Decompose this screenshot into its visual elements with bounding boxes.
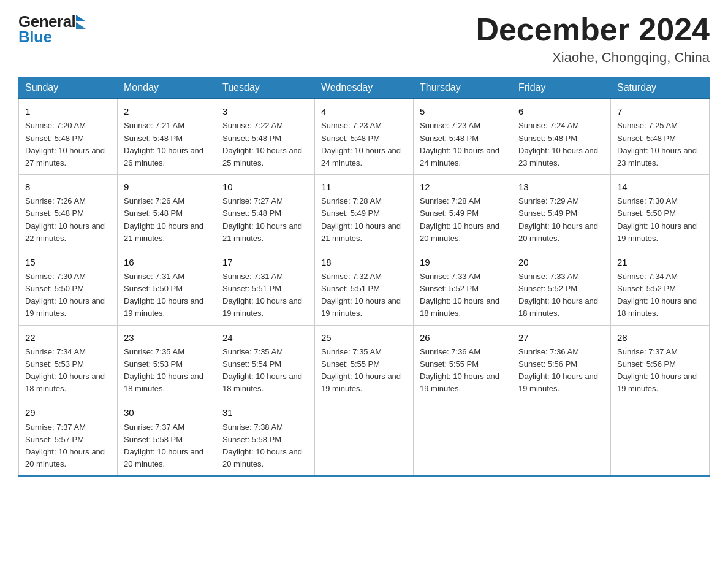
day-info: Sunrise: 7:20 AMSunset: 5:48 PMDaylight:… xyxy=(25,121,105,167)
table-row: 2 Sunrise: 7:21 AMSunset: 5:48 PMDayligh… xyxy=(118,99,216,174)
table-row: 23 Sunrise: 7:35 AMSunset: 5:53 PMDaylig… xyxy=(118,325,216,400)
day-number: 18 xyxy=(321,255,407,269)
logo: General Blue xyxy=(18,12,86,47)
day-number: 25 xyxy=(321,331,407,345)
day-number: 26 xyxy=(420,331,506,345)
day-info: Sunrise: 7:23 AMSunset: 5:48 PMDaylight:… xyxy=(420,121,499,167)
day-info: Sunrise: 7:35 AMSunset: 5:53 PMDaylight:… xyxy=(124,347,203,393)
table-row: 29 Sunrise: 7:37 AMSunset: 5:57 PMDaylig… xyxy=(19,400,118,476)
col-tuesday: Tuesday xyxy=(216,77,315,99)
day-info: Sunrise: 7:38 AMSunset: 5:58 PMDaylight:… xyxy=(222,423,302,469)
day-info: Sunrise: 7:35 AMSunset: 5:55 PMDaylight:… xyxy=(321,347,401,393)
day-info: Sunrise: 7:31 AMSunset: 5:50 PMDaylight:… xyxy=(124,272,203,318)
table-row: 26 Sunrise: 7:36 AMSunset: 5:55 PMDaylig… xyxy=(414,325,512,400)
table-row: 3 Sunrise: 7:22 AMSunset: 5:48 PMDayligh… xyxy=(216,99,315,174)
page-header: General Blue December 2024 Xiaohe, Chong… xyxy=(18,12,710,66)
day-info: Sunrise: 7:34 AMSunset: 5:52 PMDaylight:… xyxy=(617,272,697,318)
day-info: Sunrise: 7:36 AMSunset: 5:55 PMDaylight:… xyxy=(420,347,499,393)
day-info: Sunrise: 7:37 AMSunset: 5:58 PMDaylight:… xyxy=(124,423,203,469)
table-row: 20 Sunrise: 7:33 AMSunset: 5:52 PMDaylig… xyxy=(512,250,611,325)
day-number: 29 xyxy=(25,405,111,419)
day-info: Sunrise: 7:28 AMSunset: 5:49 PMDaylight:… xyxy=(321,196,401,242)
day-number: 22 xyxy=(25,331,111,345)
logo-blue-text: Blue xyxy=(18,28,51,47)
day-info: Sunrise: 7:26 AMSunset: 5:48 PMDaylight:… xyxy=(25,196,105,242)
month-year-title: December 2024 xyxy=(476,12,710,47)
day-number: 14 xyxy=(617,180,703,194)
table-row: 16 Sunrise: 7:31 AMSunset: 5:50 PMDaylig… xyxy=(118,250,216,325)
day-number: 5 xyxy=(420,104,506,118)
table-row: 9 Sunrise: 7:26 AMSunset: 5:48 PMDayligh… xyxy=(118,175,216,250)
table-row: 31 Sunrise: 7:38 AMSunset: 5:58 PMDaylig… xyxy=(216,400,315,476)
day-number: 1 xyxy=(25,104,111,118)
day-number: 2 xyxy=(124,104,210,118)
day-info: Sunrise: 7:21 AMSunset: 5:48 PMDaylight:… xyxy=(124,121,203,167)
table-row: 13 Sunrise: 7:29 AMSunset: 5:49 PMDaylig… xyxy=(512,175,611,250)
table-row: 28 Sunrise: 7:37 AMSunset: 5:56 PMDaylig… xyxy=(611,325,710,400)
table-row: 4 Sunrise: 7:23 AMSunset: 5:48 PMDayligh… xyxy=(315,99,414,174)
day-number: 11 xyxy=(321,180,407,194)
day-info: Sunrise: 7:32 AMSunset: 5:51 PMDaylight:… xyxy=(321,272,401,318)
day-number: 4 xyxy=(321,104,407,118)
day-number: 13 xyxy=(518,180,604,194)
day-number: 10 xyxy=(222,180,308,194)
table-row: 10 Sunrise: 7:27 AMSunset: 5:48 PMDaylig… xyxy=(216,175,315,250)
day-info: Sunrise: 7:33 AMSunset: 5:52 PMDaylight:… xyxy=(420,272,499,318)
table-row: 5 Sunrise: 7:23 AMSunset: 5:48 PMDayligh… xyxy=(414,99,512,174)
table-row: 11 Sunrise: 7:28 AMSunset: 5:49 PMDaylig… xyxy=(315,175,414,250)
day-info: Sunrise: 7:35 AMSunset: 5:54 PMDaylight:… xyxy=(222,347,302,393)
day-info: Sunrise: 7:23 AMSunset: 5:48 PMDaylight:… xyxy=(321,121,401,167)
day-number: 16 xyxy=(124,255,210,269)
table-row: 15 Sunrise: 7:30 AMSunset: 5:50 PMDaylig… xyxy=(19,250,118,325)
day-info: Sunrise: 7:22 AMSunset: 5:48 PMDaylight:… xyxy=(222,121,302,167)
calendar-header-row: Sunday Monday Tuesday Wednesday Thursday… xyxy=(19,77,710,99)
table-row: 14 Sunrise: 7:30 AMSunset: 5:50 PMDaylig… xyxy=(611,175,710,250)
col-saturday: Saturday xyxy=(611,77,710,99)
col-friday: Friday xyxy=(512,77,611,99)
table-row: 7 Sunrise: 7:25 AMSunset: 5:48 PMDayligh… xyxy=(611,99,710,174)
title-section: December 2024 Xiaohe, Chongqing, China xyxy=(476,12,710,66)
calendar-week-row: 29 Sunrise: 7:37 AMSunset: 5:57 PMDaylig… xyxy=(19,400,710,476)
col-monday: Monday xyxy=(118,77,216,99)
day-info: Sunrise: 7:33 AMSunset: 5:52 PMDaylight:… xyxy=(518,272,598,318)
table-row: 21 Sunrise: 7:34 AMSunset: 5:52 PMDaylig… xyxy=(611,250,710,325)
day-info: Sunrise: 7:34 AMSunset: 5:53 PMDaylight:… xyxy=(25,347,105,393)
day-number: 21 xyxy=(617,255,703,269)
day-number: 12 xyxy=(420,180,506,194)
day-info: Sunrise: 7:31 AMSunset: 5:51 PMDaylight:… xyxy=(222,272,302,318)
day-number: 28 xyxy=(617,331,703,345)
day-info: Sunrise: 7:26 AMSunset: 5:48 PMDaylight:… xyxy=(124,196,203,242)
day-number: 20 xyxy=(518,255,604,269)
table-row: 8 Sunrise: 7:26 AMSunset: 5:48 PMDayligh… xyxy=(19,175,118,250)
day-info: Sunrise: 7:29 AMSunset: 5:49 PMDaylight:… xyxy=(518,196,598,242)
day-number: 31 xyxy=(222,405,308,419)
day-info: Sunrise: 7:30 AMSunset: 5:50 PMDaylight:… xyxy=(617,196,697,242)
day-info: Sunrise: 7:25 AMSunset: 5:48 PMDaylight:… xyxy=(617,121,697,167)
table-row xyxy=(315,400,414,476)
col-thursday: Thursday xyxy=(414,77,512,99)
calendar-table: Sunday Monday Tuesday Wednesday Thursday… xyxy=(18,77,710,477)
table-row: 25 Sunrise: 7:35 AMSunset: 5:55 PMDaylig… xyxy=(315,325,414,400)
day-number: 17 xyxy=(222,255,308,269)
day-number: 9 xyxy=(124,180,210,194)
location-subtitle: Xiaohe, Chongqing, China xyxy=(476,50,710,66)
calendar-week-row: 1 Sunrise: 7:20 AMSunset: 5:48 PMDayligh… xyxy=(19,99,710,174)
table-row: 17 Sunrise: 7:31 AMSunset: 5:51 PMDaylig… xyxy=(216,250,315,325)
calendar-week-row: 8 Sunrise: 7:26 AMSunset: 5:48 PMDayligh… xyxy=(19,175,710,250)
table-row: 19 Sunrise: 7:33 AMSunset: 5:52 PMDaylig… xyxy=(414,250,512,325)
day-number: 8 xyxy=(25,180,111,194)
table-row xyxy=(611,400,710,476)
table-row: 1 Sunrise: 7:20 AMSunset: 5:48 PMDayligh… xyxy=(19,99,118,174)
day-info: Sunrise: 7:24 AMSunset: 5:48 PMDaylight:… xyxy=(518,121,598,167)
table-row: 30 Sunrise: 7:37 AMSunset: 5:58 PMDaylig… xyxy=(118,400,216,476)
table-row: 22 Sunrise: 7:34 AMSunset: 5:53 PMDaylig… xyxy=(19,325,118,400)
day-number: 7 xyxy=(617,104,703,118)
logo-icon xyxy=(76,15,86,29)
table-row xyxy=(512,400,611,476)
table-row: 24 Sunrise: 7:35 AMSunset: 5:54 PMDaylig… xyxy=(216,325,315,400)
day-number: 23 xyxy=(124,331,210,345)
day-info: Sunrise: 7:28 AMSunset: 5:49 PMDaylight:… xyxy=(420,196,499,242)
table-row: 18 Sunrise: 7:32 AMSunset: 5:51 PMDaylig… xyxy=(315,250,414,325)
table-row xyxy=(414,400,512,476)
day-number: 24 xyxy=(222,331,308,345)
